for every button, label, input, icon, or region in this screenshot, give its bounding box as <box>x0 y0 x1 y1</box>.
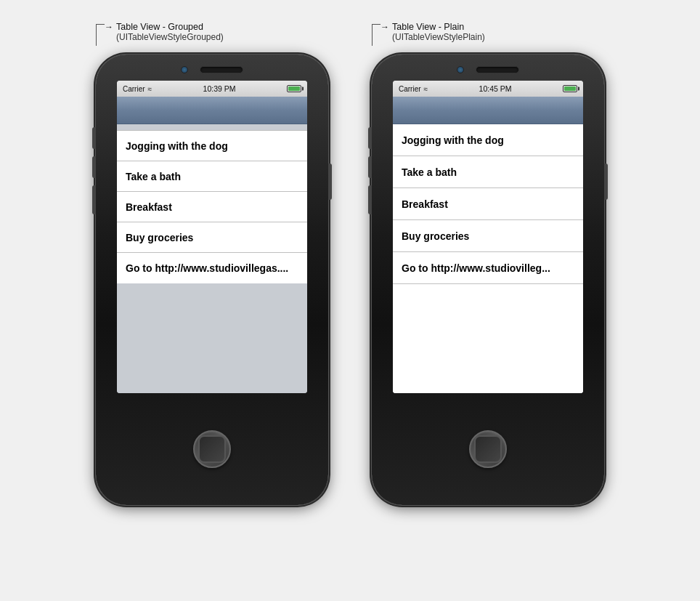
right-carrier: Carrier <box>399 85 421 93</box>
left-status-right <box>287 85 301 92</box>
left-status-bar: Carrier ≈ 10:39 PM <box>117 81 307 97</box>
right-status-bar: Carrier ≈ 10:45 PM <box>393 81 583 97</box>
right-annotation-sub: (UITableViewStylePlain) <box>380 32 485 42</box>
right-home-button[interactable] <box>469 430 507 468</box>
right-table-empty <box>393 284 583 393</box>
left-side-btn-2 <box>92 156 96 178</box>
left-table-grouped: Jogging with the dog Take a bath Breakfa… <box>117 124 307 393</box>
right-right-btn <box>604 164 608 200</box>
right-table-row-3[interactable]: Breakfast <box>393 188 583 220</box>
right-table-row-1[interactable]: Jogging with the dog <box>393 124 583 156</box>
left-side-btn-3 <box>92 185 96 214</box>
left-camera-icon <box>181 66 188 73</box>
right-home-button-inner <box>474 435 502 463</box>
left-annotation-title: Table View - Grouped <box>116 22 203 32</box>
left-wifi-icon: ≈ <box>148 85 152 93</box>
left-annotation-text: → Table View - Grouped (UITableViewStyle… <box>105 22 224 42</box>
left-annotation-sub: (UITableViewStyleGrouped) <box>105 32 224 42</box>
left-battery-icon <box>287 85 301 92</box>
left-phone-section: → Table View - Grouped (UITableViewStyle… <box>96 22 328 505</box>
left-side-btn-1 <box>92 127 96 149</box>
right-annotation: → Table View - Plain (UITableViewStylePl… <box>372 22 485 46</box>
right-side-btn-3 <box>368 185 372 214</box>
left-table-row-3[interactable]: Breakfast <box>117 192 307 222</box>
left-status-left: Carrier ≈ <box>123 85 152 93</box>
right-iphone-screen: Carrier ≈ 10:45 PM Jogging with the dog <box>393 81 583 393</box>
left-table-row-1[interactable]: Jogging with the dog <box>117 131 307 161</box>
left-carrier: Carrier <box>123 85 145 93</box>
left-speaker-icon <box>200 66 243 73</box>
left-home-button-inner <box>198 435 226 463</box>
right-annotation-title-line: → Table View - Plain <box>380 22 485 32</box>
right-phone-section: → Table View - Plain (UITableViewStylePl… <box>372 22 604 505</box>
right-status-left: Carrier ≈ <box>399 85 428 93</box>
left-table-row-4[interactable]: Buy groceries <box>117 222 307 253</box>
left-table-row-5[interactable]: Go to http://www.studiovillegas.... <box>117 253 307 283</box>
right-status-time: 10:45 PM <box>479 84 512 93</box>
right-bracket-icon <box>372 24 380 46</box>
right-iphone-bottom <box>469 393 507 505</box>
right-table-row-5[interactable]: Go to http://www.studiovilleg... <box>393 252 583 284</box>
left-table-group: Jogging with the dog Take a bath Breakfa… <box>117 130 307 283</box>
right-iphone-top <box>372 55 604 73</box>
right-wifi-icon: ≈ <box>424 85 428 93</box>
right-iphone-device: Carrier ≈ 10:45 PM Jogging with the dog <box>372 55 604 505</box>
left-annotation: → Table View - Grouped (UITableViewStyle… <box>96 22 224 46</box>
left-annotation-title-line: → Table View - Grouped <box>105 22 224 32</box>
arrow-icon: → <box>105 22 113 32</box>
right-annotation-text: → Table View - Plain (UITableViewStylePl… <box>380 22 485 42</box>
left-table-row-2[interactable]: Take a bath <box>117 161 307 192</box>
right-side-btn-1 <box>368 127 372 149</box>
right-camera-icon <box>457 66 464 73</box>
right-table-row-2[interactable]: Take a bath <box>393 156 583 188</box>
right-table-row-4[interactable]: Buy groceries <box>393 220 583 252</box>
left-iphone-bottom <box>193 393 231 505</box>
left-battery-fill <box>288 86 300 91</box>
left-nav-bar <box>117 97 307 124</box>
left-iphone-screen: Carrier ≈ 10:39 PM Jogging with th <box>117 81 307 393</box>
main-container: → Table View - Grouped (UITableViewStyle… <box>96 15 604 505</box>
left-iphone-device: Carrier ≈ 10:39 PM Jogging with th <box>96 55 328 505</box>
left-right-btn <box>328 164 332 200</box>
right-annotation-title: Table View - Plain <box>392 22 464 32</box>
right-table-plain: Jogging with the dog Take a bath Breakfa… <box>393 124 583 393</box>
right-side-btn-2 <box>368 156 372 178</box>
right-status-right <box>563 85 577 92</box>
right-battery-icon <box>563 85 577 92</box>
right-arrow-icon: → <box>380 22 389 32</box>
left-status-time: 10:39 PM <box>203 84 236 93</box>
bracket-icon <box>96 24 105 46</box>
right-nav-bar <box>393 97 583 124</box>
left-home-button[interactable] <box>193 430 231 468</box>
right-battery-fill <box>564 86 576 91</box>
right-speaker-icon <box>476 66 519 73</box>
left-iphone-top <box>96 55 328 73</box>
